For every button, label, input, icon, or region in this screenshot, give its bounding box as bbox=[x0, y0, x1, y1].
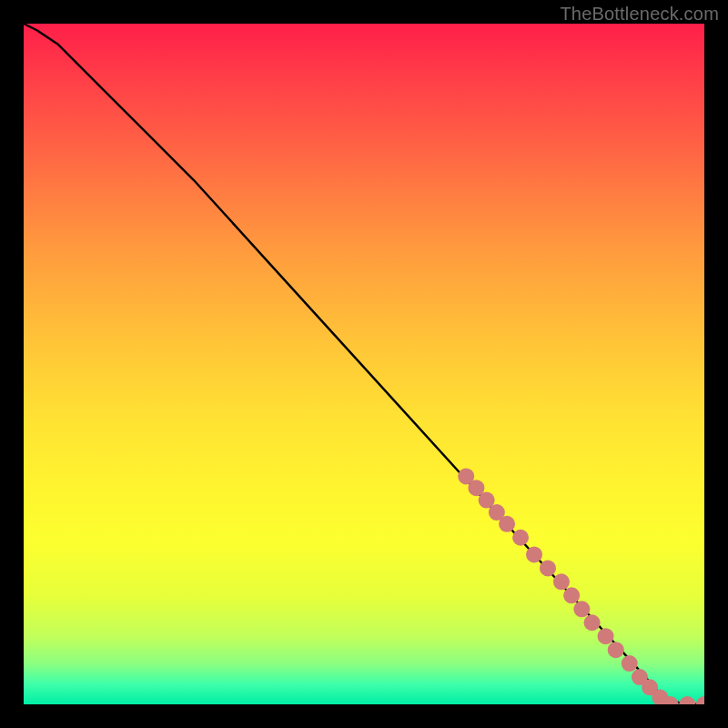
data-marker bbox=[622, 655, 638, 672]
watermark-label: TheBottleneck.com bbox=[560, 4, 719, 25]
data-marker bbox=[553, 573, 570, 590]
data-marker bbox=[584, 614, 601, 631]
data-marker bbox=[608, 642, 624, 658]
data-marker bbox=[499, 516, 515, 532]
data-marker bbox=[563, 587, 580, 603]
chart-overlay bbox=[24, 24, 704, 704]
chart-stage: TheBottleneck.com bbox=[0, 0, 728, 728]
data-marker bbox=[598, 628, 614, 644]
curve-line bbox=[24, 24, 704, 704]
data-marker bbox=[573, 601, 590, 617]
data-marker bbox=[526, 546, 542, 562]
data-marker bbox=[679, 696, 695, 704]
data-marker bbox=[696, 696, 704, 704]
data-marker bbox=[540, 560, 556, 576]
data-marker bbox=[512, 530, 529, 546]
plot-area bbox=[24, 24, 704, 704]
